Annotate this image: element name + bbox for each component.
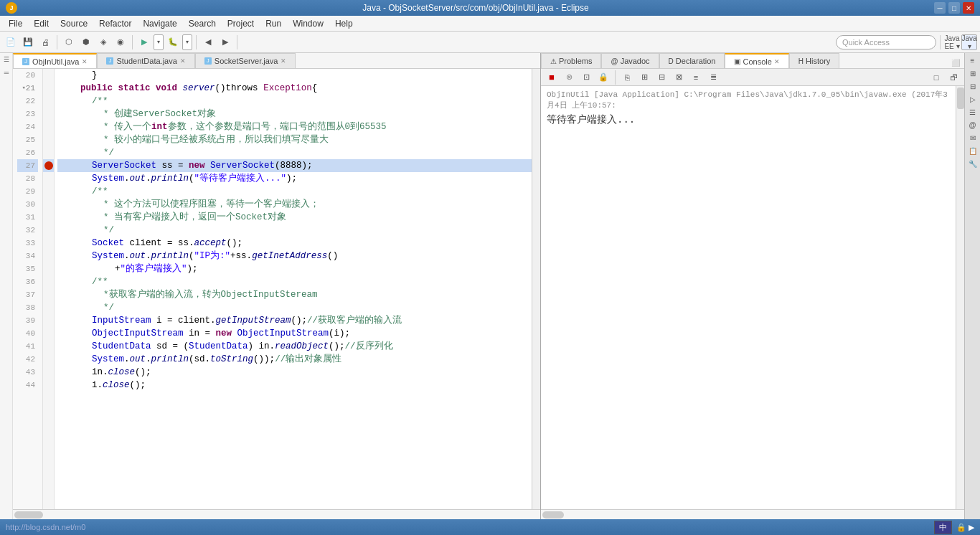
console-b5[interactable]: ≡ — [688, 70, 704, 85]
menu-run[interactable]: Run — [260, 17, 287, 30]
console-hscroll[interactable] — [541, 509, 964, 519]
tab-objinutil[interactable]: J ObjInUtil.java ✕ — [13, 53, 97, 68]
toolbar-save[interactable]: 💾 — [20, 34, 36, 50]
toolbar-sep-3 — [196, 35, 197, 49]
console-hscroll-thumb[interactable] — [542, 511, 564, 519]
side-icon-4[interactable]: ▷ — [967, 93, 979, 105]
debug-dropdown[interactable]: ▾ — [182, 34, 192, 50]
quick-access-input[interactable]: Quick Access — [836, 35, 936, 49]
line-num-21[interactable]: ▾21 — [17, 82, 38, 95]
tab-problems[interactable]: ⚠ Problems — [541, 53, 601, 68]
code-line-31: * 当有客户端接入时，返回一个Socket对象 — [57, 211, 532, 224]
history-icon: H — [798, 57, 804, 65]
tab-close-objinutil[interactable]: ✕ — [82, 58, 88, 65]
toolbar-back[interactable]: ◀ — [200, 34, 216, 50]
status-icon-lock[interactable]: 🔒 — [956, 523, 966, 532]
editor-vscroll[interactable] — [532, 69, 540, 509]
console-restore-btn[interactable]: 🗗 — [946, 70, 961, 85]
toolbar-java[interactable]: Java ▾ — [961, 34, 977, 50]
window-controls: ─ □ ✕ — [934, 2, 974, 14]
line-num-31: 31 — [17, 211, 38, 224]
tab-close-studentdata[interactable]: ✕ — [180, 57, 186, 65]
console-b6[interactable]: ≣ — [705, 70, 721, 85]
tab-history-label: History — [806, 57, 830, 65]
code-line-24: * 传入一个int参数，这个参数是端口号，端口号的范围从0到65535 — [57, 120, 532, 133]
ann-43 — [43, 366, 54, 379]
console-b4[interactable]: ⊠ — [671, 70, 687, 85]
toolbar-b2[interactable]: ⬢ — [78, 34, 94, 50]
tab-socketserver[interactable]: J SocketServer.java ✕ — [195, 53, 296, 68]
menu-help[interactable]: Help — [329, 17, 359, 30]
console-disconnect-btn[interactable]: ⊗ — [561, 70, 577, 85]
menu-edit[interactable]: Edit — [28, 17, 55, 30]
tab-declaration[interactable]: D Declaration — [659, 53, 725, 68]
toolbar-b1[interactable]: ⬡ — [61, 34, 77, 50]
console-b3[interactable]: ⊟ — [654, 70, 669, 85]
toolbar-print[interactable]: 🖨 — [37, 34, 53, 50]
javadoc-icon: @ — [611, 57, 618, 65]
right-panel-maximize[interactable]: ⬜ — [950, 57, 961, 68]
toolbar-sep-5 — [940, 35, 941, 49]
line-num-25: 25 — [17, 133, 38, 146]
toolbar-run[interactable]: ▶ — [136, 34, 152, 50]
ann-39 — [43, 314, 54, 327]
ruler-icon-2[interactable]: ═ — [0, 66, 13, 79]
toolbar-debug[interactable]: 🐛 — [165, 34, 181, 50]
line-num-39: 39 — [17, 314, 38, 327]
minimize-button[interactable]: ─ — [934, 2, 946, 14]
maximize-button[interactable]: □ — [948, 2, 960, 14]
run-dropdown[interactable]: ▾ — [154, 34, 164, 50]
menu-window[interactable]: Window — [287, 17, 329, 30]
toolbar-sep-4 — [237, 35, 237, 49]
tab-javadoc[interactable]: @ Javadoc — [601, 53, 659, 68]
tab-close-console[interactable]: ✕ — [774, 58, 780, 65]
console-maximize-btn[interactable]: □ — [928, 70, 944, 85]
code-area[interactable]: 20 ▾21 22 23 24 25 26 27 28 29 30 31 32 … — [13, 69, 540, 509]
tab-close-socketserver[interactable]: ✕ — [281, 57, 286, 65]
side-icon-6[interactable]: @ — [967, 119, 979, 131]
console-b2[interactable]: ⊞ — [636, 70, 652, 85]
menu-file[interactable]: File — [3, 17, 28, 30]
tab-history[interactable]: H History — [789, 53, 839, 68]
side-icon-3[interactable]: ⊟ — [967, 80, 979, 92]
ann-27-breakpoint[interactable] — [43, 159, 54, 172]
side-icon-5[interactable]: ☰ — [967, 106, 979, 118]
line-num-20: 20 — [17, 69, 38, 82]
status-language[interactable]: 中 — [934, 521, 952, 534]
menu-navigate[interactable]: Navigate — [137, 17, 182, 30]
side-icon-8[interactable]: 📋 — [967, 145, 979, 156]
line-num-27: 27 — [17, 159, 38, 172]
ann-42 — [43, 353, 54, 366]
toolbar-java-ee[interactable]: Java EE ▾ — [944, 34, 960, 50]
right-panel: ⚠ Problems @ Javadoc D Declaration ▣ Con… — [541, 53, 964, 519]
menu-project[interactable]: Project — [222, 17, 260, 30]
menu-refactor[interactable]: Refactor — [93, 17, 137, 30]
status-icon-play[interactable]: ▶ — [969, 523, 974, 532]
tab-console[interactable]: ▣ Console ✕ — [725, 53, 788, 68]
hscroll-thumb[interactable] — [14, 511, 43, 519]
tab-java-icon-3: J — [204, 57, 212, 65]
console-vscroll[interactable] — [956, 86, 964, 509]
editor-hscroll[interactable] — [13, 509, 540, 519]
console-stop-btn[interactable]: ■ — [544, 70, 560, 85]
side-icon-2[interactable]: ⊞ — [967, 67, 979, 79]
side-icon-7[interactable]: ✉ — [967, 132, 979, 143]
code-lines[interactable]: } public static void server()throws Exce… — [55, 69, 532, 509]
toolbar-fwd[interactable]: ▶ — [217, 34, 233, 50]
toolbar-b4[interactable]: ◉ — [113, 34, 128, 50]
tab-studentdata[interactable]: J StudentData.java ✕ — [97, 53, 194, 68]
menu-search[interactable]: Search — [183, 17, 222, 30]
tab-declaration-label: Declaration — [676, 57, 716, 65]
close-button[interactable]: ✕ — [963, 2, 974, 14]
console-scroll-lock-btn[interactable]: 🔒 — [595, 70, 611, 85]
side-icon-1[interactable]: ≡ — [967, 55, 979, 66]
toolbar-b3[interactable]: ◈ — [95, 34, 111, 50]
console-clear-btn[interactable]: ⊡ — [578, 70, 594, 85]
titlebar: J Java - ObjSocketServer/src/com/obj/Obj… — [0, 0, 980, 16]
vscroll-thumb[interactable] — [957, 87, 964, 109]
ruler-icon-1[interactable]: ☰ — [0, 53, 13, 66]
side-icon-9[interactable]: 🔧 — [967, 158, 979, 169]
toolbar-new[interactable]: 📄 — [3, 34, 19, 50]
console-b1[interactable]: ⎘ — [619, 70, 635, 85]
menu-source[interactable]: Source — [55, 17, 93, 30]
